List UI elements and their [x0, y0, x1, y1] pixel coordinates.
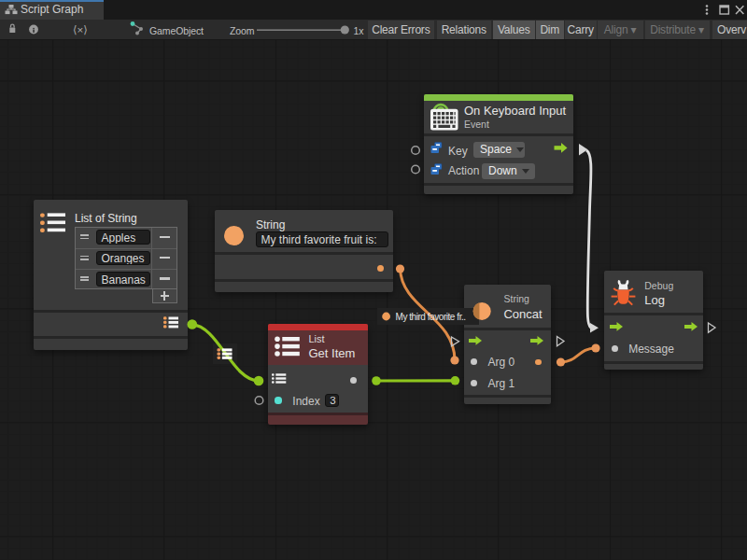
svg-text:⟨×⟩: ⟨×⟩ — [73, 24, 88, 35]
